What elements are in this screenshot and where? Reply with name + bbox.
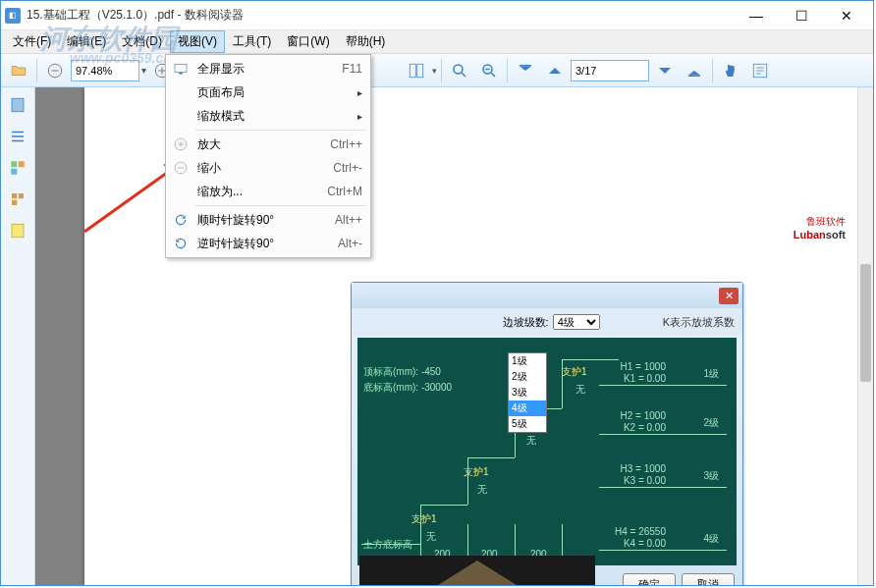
embedded-dialog: ✕ 边坡级数: 4级 K表示放坡系数 1级 2级 3级	[351, 282, 743, 585]
slope-label: 边坡级数:	[503, 315, 549, 330]
vertical-scrollbar[interactable]	[857, 87, 873, 585]
close-button[interactable]: ✕	[824, 1, 869, 30]
content-area: 鲁班软件 Lubansoft ✕ 边坡级数: 4级 K表示放坡系数	[35, 87, 873, 585]
dialog-canvas: 1级 2级 3级 4级 5级 顶标高(mm): -450 底标高(mm): -3…	[357, 338, 737, 565]
menu-tools[interactable]: 工具(T)	[225, 30, 279, 53]
svg-point-6	[454, 65, 463, 74]
menu-page-layout[interactable]: 页面布局▸	[166, 80, 370, 104]
app-icon: ◧	[5, 8, 21, 24]
layers-button[interactable]	[6, 156, 29, 180]
bookmarks-button[interactable]	[6, 219, 29, 242]
menu-rotate-ccw[interactable]: 逆时针旋转90°Alt+-	[166, 232, 370, 255]
attachments-button[interactable]	[6, 187, 29, 211]
rotate-ccw-icon	[172, 235, 190, 252]
svg-rect-13	[19, 161, 25, 167]
select-tool-button[interactable]	[746, 57, 774, 84]
menu-help[interactable]: 帮助(H)	[338, 30, 394, 53]
prev-page-button[interactable]	[541, 57, 569, 84]
svg-rect-12	[11, 161, 17, 167]
next-figure-preview	[359, 556, 595, 585]
outline-button[interactable]	[6, 125, 29, 148]
svg-rect-11	[12, 98, 24, 112]
cancel-button: 取消	[682, 573, 735, 585]
search-button[interactable]	[446, 57, 473, 84]
slope-combo: 4级	[553, 314, 600, 330]
open-button[interactable]	[5, 57, 32, 84]
next-page-button[interactable]	[651, 57, 679, 84]
svg-rect-16	[19, 193, 24, 198]
menu-zoom-in[interactable]: 放大Ctrl++	[166, 133, 370, 156]
svg-rect-20	[179, 73, 183, 74]
search-minus-button[interactable]	[475, 57, 503, 84]
svg-rect-17	[12, 200, 17, 205]
window-title: 15.基础工程（V25.1.0）.pdf - 数科阅读器	[27, 7, 734, 24]
view-menu-dropdown: 全屏显示F11 页面布局▸ 缩放模式▸ 放大Ctrl++ 缩小Ctrl+- 缩放…	[165, 54, 371, 258]
thumbnails-button[interactable]	[6, 93, 29, 117]
menu-fullscreen[interactable]: 全屏显示F11	[166, 57, 370, 80]
svg-rect-15	[12, 193, 17, 198]
menu-zoom-to[interactable]: 缩放为...Ctrl+M	[166, 180, 370, 203]
kfactor-label: K表示放坡系数	[663, 315, 735, 330]
maximize-button[interactable]: ☐	[779, 1, 824, 30]
zoom-out-button[interactable]	[41, 57, 69, 84]
menu-file[interactable]: 文件(F)	[5, 30, 59, 53]
menubar: 文件(F) 编辑(E) 文档(D) 视图(V) 工具(T) 窗口(W) 帮助(H…	[1, 30, 873, 54]
zoom-dropdown-icon[interactable]: ▾	[141, 65, 146, 76]
minimize-button[interactable]: —	[734, 1, 779, 30]
svg-rect-14	[11, 169, 17, 175]
page-input[interactable]	[571, 60, 649, 81]
luban-logo: 鲁班软件 Lubansoft	[794, 215, 846, 241]
minus-icon	[172, 159, 190, 177]
svg-rect-19	[175, 64, 187, 72]
ok-button: 确定	[623, 573, 676, 585]
svg-rect-5	[417, 64, 423, 78]
screen-icon	[172, 60, 190, 78]
menu-rotate-cw[interactable]: 顺时针旋转90°Alt++	[166, 208, 370, 232]
hand-tool-button[interactable]	[717, 57, 744, 84]
titlebar: ◧ 15.基础工程（V25.1.0）.pdf - 数科阅读器 — ☐ ✕	[1, 1, 873, 30]
toolbar: ▾ ▾	[1, 54, 873, 87]
combo-dropdown: 1级 2级 3级 4级 5级	[508, 352, 547, 433]
plus-icon	[172, 135, 190, 153]
svg-rect-9	[688, 75, 700, 77]
first-page-button[interactable]	[512, 57, 539, 84]
sidebar	[1, 87, 35, 585]
menu-edit[interactable]: 编辑(E)	[59, 30, 114, 53]
last-page-button[interactable]	[681, 57, 708, 84]
zoom-input[interactable]	[71, 60, 139, 81]
menu-view[interactable]: 视图(V)	[170, 30, 225, 53]
menu-zoom-out[interactable]: 缩小Ctrl+-	[166, 156, 370, 180]
menu-document[interactable]: 文档(D)	[114, 30, 170, 53]
dialog-close-icon: ✕	[719, 288, 739, 304]
fit-split-button[interactable]	[403, 57, 430, 84]
svg-rect-8	[520, 65, 531, 67]
rotate-cw-icon	[172, 211, 190, 229]
fit-dropdown-icon[interactable]: ▾	[432, 66, 437, 76]
svg-rect-4	[410, 64, 415, 78]
menu-window[interactable]: 窗口(W)	[279, 30, 337, 53]
menu-zoom-mode[interactable]: 缩放模式▸	[166, 104, 370, 128]
svg-rect-18	[12, 224, 24, 238]
